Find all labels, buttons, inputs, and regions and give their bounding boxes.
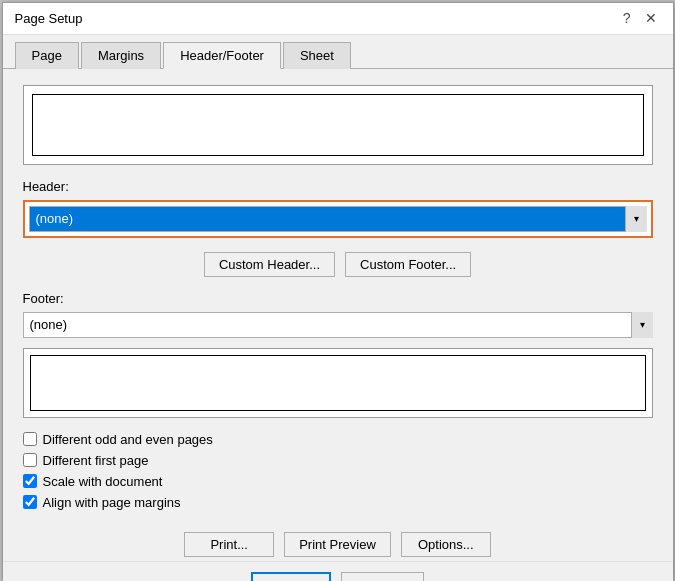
tab-header-footer[interactable]: Header/Footer — [163, 42, 281, 69]
print-preview-button[interactable]: Print Preview — [284, 532, 391, 557]
checkbox-scale[interactable]: Scale with document — [23, 474, 653, 489]
page-setup-dialog: Page Setup ? ✕ Page Margins Header/Foote… — [2, 2, 674, 580]
header-section: Header: (none) Page 1 Page 1 of ? ▾ — [23, 179, 653, 238]
header-preview-inner — [32, 94, 644, 156]
tab-margins[interactable]: Margins — [81, 42, 161, 69]
tab-sheet[interactable]: Sheet — [283, 42, 351, 69]
header-dropdown-container: (none) Page 1 Page 1 of ? ▾ — [23, 200, 653, 238]
custom-footer-button[interactable]: Custom Footer... — [345, 252, 471, 277]
custom-buttons-row: Custom Header... Custom Footer... — [23, 252, 653, 277]
footer-preview-box — [23, 348, 653, 418]
checkbox-align[interactable]: Align with page margins — [23, 495, 653, 510]
checkbox-align-input[interactable] — [23, 495, 37, 509]
header-dropdown[interactable]: (none) Page 1 Page 1 of ? — [29, 206, 647, 232]
close-button[interactable]: ✕ — [641, 11, 661, 25]
footer-section: Footer: (none) Page 1 Page 1 of ? ▾ — [23, 291, 653, 338]
checkbox-odd-even[interactable]: Different odd and even pages — [23, 432, 653, 447]
tab-bar: Page Margins Header/Footer Sheet — [3, 35, 673, 69]
tab-content: Header: (none) Page 1 Page 1 of ? ▾ Cust… — [3, 69, 673, 526]
help-button[interactable]: ? — [619, 11, 635, 25]
footer-preview-inner — [30, 355, 646, 411]
checkboxes-section: Different odd and even pages Different f… — [23, 432, 653, 510]
options-button[interactable]: Options... — [401, 532, 491, 557]
checkbox-first-page[interactable]: Different first page — [23, 453, 653, 468]
print-button[interactable]: Print... — [184, 532, 274, 557]
ok-button[interactable]: OK — [251, 572, 331, 582]
header-label: Header: — [23, 179, 653, 194]
title-buttons: ? ✕ — [619, 11, 661, 25]
header-preview-box — [23, 85, 653, 165]
dialog-title: Page Setup — [15, 11, 83, 26]
footer-label: Footer: — [23, 291, 653, 306]
checkbox-scale-input[interactable] — [23, 474, 37, 488]
checkbox-first-page-input[interactable] — [23, 453, 37, 467]
tab-page[interactable]: Page — [15, 42, 79, 69]
footer-dropdown-wrapper: (none) Page 1 Page 1 of ? ▾ — [23, 312, 653, 338]
cancel-button[interactable]: Cancel — [341, 572, 423, 582]
footer-dropdown[interactable]: (none) Page 1 Page 1 of ? — [23, 312, 653, 338]
ok-cancel-row: OK Cancel — [3, 561, 673, 582]
checkbox-odd-even-input[interactable] — [23, 432, 37, 446]
title-bar: Page Setup ? ✕ — [3, 3, 673, 35]
action-buttons-row: Print... Print Preview Options... — [3, 526, 673, 561]
header-dropdown-wrapper: (none) Page 1 Page 1 of ? ▾ — [29, 206, 647, 232]
custom-header-button[interactable]: Custom Header... — [204, 252, 335, 277]
